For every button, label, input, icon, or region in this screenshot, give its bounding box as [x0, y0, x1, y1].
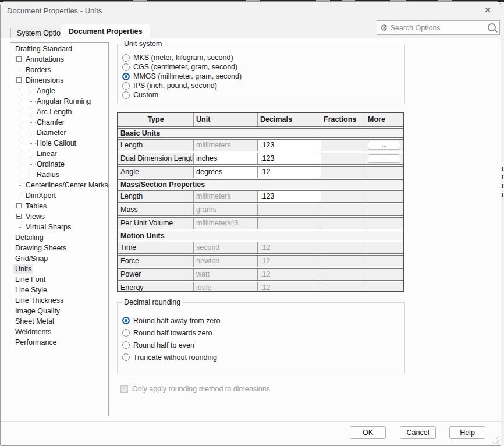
- radio-icon[interactable]: [122, 341, 130, 349]
- sidebar-item-label[interactable]: Performance: [13, 338, 59, 347]
- sidebar-item-diameter[interactable]: Diameter: [10, 128, 108, 138]
- radio-icon[interactable]: [122, 91, 130, 99]
- sidebar-item-label[interactable]: Views: [24, 212, 47, 221]
- sidebar-item-centerlines-center-marks[interactable]: Centerlines/Center Marks: [10, 180, 108, 190]
- sidebar-item-label[interactable]: Grid/Snap: [13, 254, 49, 263]
- sidebar-item-label[interactable]: Diameter: [35, 128, 68, 137]
- sidebar-item-drawing-sheets[interactable]: Drawing Sheets: [10, 243, 108, 253]
- sidebar-item-weldments[interactable]: Weldments: [10, 327, 108, 337]
- sidebar-item-label[interactable]: Centerlines/Center Marks: [24, 180, 109, 190]
- collapse-icon[interactable]: [16, 77, 22, 83]
- sidebar-item-sheet-metal[interactable]: Sheet Metal: [10, 316, 108, 327]
- search-box[interactable]: ⚙: [377, 20, 500, 35]
- sidebar-item-dimxpert[interactable]: DimXpert: [10, 190, 108, 201]
- sidebar-item-tables[interactable]: Tables: [10, 201, 108, 211]
- unit-system-option[interactable]: MKS (meter, kilogram, second): [118, 53, 404, 62]
- sidebar-item-radius[interactable]: Radius: [10, 169, 108, 180]
- sidebar-item-label[interactable]: Image Quality: [13, 306, 62, 316]
- sidebar-item-dimensions[interactable]: Dimensions: [10, 75, 108, 86]
- sidebar-item-borders[interactable]: Borders: [10, 65, 108, 75]
- sidebar-item-label[interactable]: Detailing: [13, 233, 45, 242]
- sidebar-item-label[interactable]: Annotations: [24, 55, 66, 64]
- decimal-rounding-option[interactable]: Round half towards zero: [118, 327, 404, 339]
- resize-grip-icon[interactable]: [491, 436, 499, 444]
- search-icon[interactable]: [487, 23, 497, 33]
- sidebar-item-line-font[interactable]: Line Font: [10, 274, 108, 285]
- sidebar-item-hole-callout[interactable]: Hole Callout: [10, 138, 108, 148]
- radio-icon[interactable]: [122, 54, 130, 62]
- sidebar-item-label[interactable]: Weldments: [13, 327, 53, 337]
- radio-icon[interactable]: [122, 63, 130, 71]
- sidebar-item-label[interactable]: Drawing Sheets: [13, 243, 68, 253]
- sidebar-item-label[interactable]: Angular Running: [35, 97, 93, 106]
- sidebar-item-linear[interactable]: Linear: [10, 148, 108, 159]
- decimals-cell[interactable]: .12: [258, 167, 321, 178]
- radio-icon[interactable]: [122, 329, 130, 337]
- unit-system-option[interactable]: CGS (centimeter, gram, second): [118, 62, 404, 72]
- sidebar-item-chamfer[interactable]: Chamfer: [10, 117, 108, 128]
- sidebar-item-label[interactable]: Ordinate: [35, 160, 66, 169]
- search-input[interactable]: [390, 24, 487, 32]
- close-icon[interactable]: ✕: [482, 5, 494, 15]
- sidebar-item-label[interactable]: Line Font: [13, 275, 47, 284]
- gear-icon[interactable]: ⚙: [380, 23, 388, 32]
- sidebar-item-label[interactable]: Borders: [24, 65, 53, 75]
- sidebar-item-views[interactable]: Views: [10, 211, 108, 222]
- sidebar-item-label[interactable]: Line Thickness: [13, 296, 65, 305]
- ok-button[interactable]: OK: [350, 426, 386, 439]
- decimals-cell[interactable]: .123: [258, 140, 321, 151]
- sidebar-item-angle[interactable]: Angle: [10, 86, 108, 96]
- sidebar-item-label[interactable]: Arc Length: [35, 107, 73, 116]
- unit-system-option[interactable]: MMGS (millimeter, gram, second): [118, 72, 404, 81]
- help-button[interactable]: Help: [449, 426, 485, 439]
- sidebar-item-label[interactable]: Line Style: [13, 285, 49, 295]
- cancel-button[interactable]: Cancel: [400, 426, 436, 439]
- unit-system-option[interactable]: Custom: [118, 90, 404, 100]
- decimals-cell[interactable]: .123: [258, 191, 321, 202]
- unit-system-option[interactable]: IPS (inch, pound, second): [118, 81, 404, 90]
- sidebar-item-label[interactable]: Dimensions: [24, 76, 65, 85]
- sidebar-item-virtual-sharps[interactable]: Virtual Sharps: [10, 222, 108, 232]
- sidebar-item-label[interactable]: Linear: [35, 149, 59, 158]
- radio-selected-icon[interactable]: [122, 73, 130, 80]
- unit-cell[interactable]: degrees: [194, 167, 258, 178]
- sidebar-item-label[interactable]: Virtual Sharps: [24, 222, 73, 232]
- sidebar-item-label[interactable]: DimXpert: [24, 191, 58, 200]
- radio-icon[interactable]: [122, 82, 130, 90]
- sidebar-item-label[interactable]: Sheet Metal: [13, 317, 56, 326]
- sidebar-item-image-quality[interactable]: Image Quality: [10, 306, 108, 316]
- sidebar-item-ordinate[interactable]: Ordinate: [10, 159, 108, 169]
- sidebar-item-angular-running[interactable]: Angular Running: [10, 96, 108, 107]
- decimal-rounding-option[interactable]: Round half to even: [118, 339, 404, 351]
- tab-document-properties[interactable]: Document Properties: [61, 24, 150, 38]
- sidebar-item-line-style[interactable]: Line Style: [10, 285, 108, 295]
- decimals-cell[interactable]: .123: [258, 153, 321, 164]
- radio-icon[interactable]: [122, 353, 130, 361]
- radio-selected-icon[interactable]: [122, 317, 130, 324]
- sidebar-item-annotations[interactable]: Annotations: [10, 54, 108, 65]
- unit-cell[interactable]: inches: [194, 153, 258, 164]
- sidebar-item-label[interactable]: Units: [13, 264, 33, 274]
- more-options-button[interactable]: ...: [368, 141, 400, 150]
- sidebar-item-detailing[interactable]: Detailing: [10, 232, 108, 243]
- column-header: More: [365, 113, 403, 126]
- more-options-button[interactable]: ...: [368, 154, 400, 163]
- expand-icon[interactable]: [16, 56, 22, 62]
- sidebar-item-label[interactable]: Tables: [24, 201, 48, 211]
- expand-icon[interactable]: [16, 203, 22, 208]
- sidebar-item-line-thickness[interactable]: Line Thickness: [10, 295, 108, 306]
- radio-label: CGS (centimeter, gram, second): [133, 63, 237, 71]
- expand-icon[interactable]: [16, 214, 22, 219]
- sidebar-item-units[interactable]: Units: [10, 264, 108, 274]
- sidebar-item-grid-snap[interactable]: Grid/Snap: [10, 253, 108, 264]
- decimal-rounding-option[interactable]: Round half away from zero: [118, 314, 404, 327]
- sidebar-item-label[interactable]: Hole Callout: [35, 139, 78, 148]
- sidebar-item-label[interactable]: Radius: [35, 170, 61, 179]
- sidebar-item-label[interactable]: Drafting Standard: [13, 44, 74, 54]
- sidebar-item-label[interactable]: Chamfer: [35, 118, 66, 127]
- sidebar-item-performance[interactable]: Performance: [10, 337, 108, 348]
- decimal-rounding-option[interactable]: Truncate without rounding: [118, 351, 404, 363]
- sidebar-item-label[interactable]: Angle: [35, 86, 57, 95]
- sidebar-item-drafting-standard[interactable]: Drafting Standard: [10, 44, 108, 54]
- sidebar-item-arc-length[interactable]: Arc Length: [10, 107, 108, 117]
